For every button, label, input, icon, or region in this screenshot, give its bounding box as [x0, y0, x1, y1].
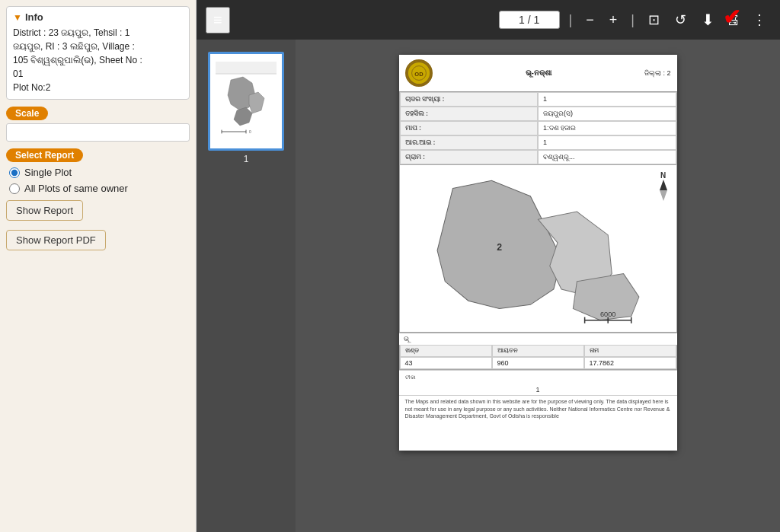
info-text: District : 23 ଜୟପୁର, Tehsil : 1 ଜୟପୁର, R…	[13, 26, 183, 94]
pdf-footer-label: ଭୂ	[399, 333, 677, 345]
zoom-in-button[interactable]: +	[605, 9, 622, 31]
thumbnail-svg: 0	[216, 59, 277, 143]
toolbar-right: ⬇ ✔ 🖨 ⋮	[697, 8, 771, 32]
radio-all-plots[interactable]: All Plots of same owner	[9, 183, 190, 194]
pdf-notes-label: ଟୀକା	[405, 374, 416, 380]
pdf-district-label: ଜିଲ୍ଲା : 2	[644, 69, 671, 78]
svg-rect-1	[216, 62, 277, 74]
zoom-out-button[interactable]: −	[581, 9, 599, 31]
sep2: |	[631, 12, 635, 28]
pdf-footer-header: ଖଣ୍ଡ ଆୟତନ ନାମ	[400, 345, 676, 357]
menu-icon[interactable]: ≡	[206, 7, 230, 33]
report-type-radio-group: Single Plot All Plots of same owner	[6, 167, 190, 194]
thumbnail-image: 0	[208, 52, 284, 151]
info-triangle-icon: ▼	[13, 12, 22, 23]
select-report-section: Select Report Single Plot All Plots of s…	[6, 148, 190, 194]
pdf-ri-label: ଆର.ଆଇ :	[400, 135, 539, 150]
pdf-page-number: 1	[399, 384, 677, 395]
info-line2: ଜୟପୁର, RI : 3 ଲଛିପୁର, Village :	[13, 41, 135, 52]
scale-section: Scale	[6, 106, 190, 142]
page-total: 1	[533, 14, 539, 26]
print-button[interactable]: 🖨	[722, 9, 745, 31]
pdf-area: 0 1 OD ଭ	[197, 40, 780, 532]
download-button[interactable]: ⬇	[697, 8, 719, 32]
action-buttons: Show Report Show Report PDF	[6, 200, 190, 250]
scale-label: Scale	[6, 107, 48, 120]
pdf-tehsil-value: ଜୟପୁର(ସ)	[538, 107, 676, 121]
info-line5: Plot No:2	[13, 82, 50, 93]
fit-button[interactable]: ⊡	[644, 8, 664, 31]
pdf-page-num-value: 1	[535, 386, 539, 393]
pdf-footer-col3: ନାମ	[584, 345, 676, 357]
pdf-scale-label: ମାପ :	[400, 121, 539, 135]
pdf-tehsil-label: ତହସିଲ :	[400, 107, 539, 121]
sep1: |	[569, 12, 573, 28]
thumbnail-page-num: 1	[244, 154, 249, 164]
svg-text:6000: 6000	[599, 311, 615, 318]
main-area: ≡ 1 / 1 | − + | ⊡ ↺ ⬇ ✔ 🖨 ⋮	[197, 0, 780, 532]
north-arrow-icon: N	[660, 171, 667, 201]
radio-all-plots-label: All Plots of same owner	[24, 183, 128, 194]
pdf-sheet-value: 1	[538, 92, 676, 107]
page-indicator: 1 / 1	[499, 11, 560, 29]
pdf-village-label: ଗ୍ରାମ :	[400, 150, 539, 164]
svg-text:OD: OD	[414, 71, 424, 78]
radio-all-plots-input[interactable]	[9, 183, 20, 194]
select-report-label: Select Report	[6, 148, 83, 162]
pdf-footer-val2: 960	[492, 357, 584, 369]
pdf-notes: ଟୀକା	[399, 370, 677, 384]
pdf-view[interactable]: OD ଭୂ-ନକ୍ଶା ଜିଲ୍ଲା : 2 ଚାଦର	[296, 40, 780, 532]
info-title: Info	[25, 11, 43, 23]
info-line3: 105 ବିଶ୍ୱଶ୍ରୁପାଲି(ଭ), Sheet No :	[13, 55, 142, 65]
pdf-footer-val1: 43	[400, 357, 492, 369]
info-line1: District : 23 ଜୟପୁର, Tehsil : 1	[13, 27, 129, 38]
info-section: ▼ Info District : 23 ଜୟପୁର, Tehsil : 1 ଜ…	[6, 6, 190, 100]
pdf-footer-section-title: ଭୂ	[404, 335, 409, 342]
pdf-toolbar: ≡ 1 / 1 | − + | ⊡ ↺ ⬇ ✔ 🖨 ⋮	[197, 0, 780, 40]
north-indicator: N	[660, 171, 667, 201]
scale-input[interactable]	[6, 123, 190, 142]
pdf-village-value: ବଶ୍ୱଶ୍ରୁ...	[538, 150, 676, 164]
pdf-header-text: ଭୂ-ନକ୍ଶା	[439, 68, 638, 78]
pdf-district-value: 2	[667, 69, 670, 77]
pdf-meta-grid: ଚାଦର ସଂଖ୍ୟା : 1 ତହସିଲ : ଜୟପୁର(ସ) ମାପ : 1…	[399, 92, 677, 165]
sidebar: ▼ Info District : 23 ଜୟପୁର, Tehsil : 1 ଜ…	[0, 0, 197, 532]
radio-single-plot[interactable]: Single Plot	[9, 167, 190, 178]
page-current: 1	[519, 14, 525, 26]
pdf-footer-table: ଖଣ୍ଡ ଆୟତନ ନାମ 43 960 17.7862	[399, 345, 677, 370]
pdf-header-right: ଜିଲ୍ଲା : 2	[644, 69, 671, 78]
pdf-title: ଭୂ-ନକ୍ଶା	[439, 68, 638, 78]
pdf-scale-value: 1:ଦଶ ହଜାର	[538, 121, 676, 135]
svg-text:2: 2	[497, 242, 502, 253]
pdf-sheet-label: ଚାଦର ସଂଖ୍ୟା :	[400, 92, 539, 107]
pdf-disclaimer: The Maps and related data shown in this …	[399, 395, 677, 422]
thumbnail-item[interactable]: 0 1	[208, 52, 284, 164]
radio-single-plot-label: Single Plot	[24, 167, 72, 178]
pdf-page-header: OD ଭୂ-ନକ୍ଶା ଜିଲ୍ଲା : 2	[399, 55, 677, 92]
pdf-footer-col1: ଖଣ୍ଡ	[400, 345, 492, 357]
pdf-footer-data-row: 43 960 17.7862	[400, 357, 676, 369]
pdf-footer-val3: 17.7862	[584, 357, 676, 369]
pdf-map-area: N 2	[399, 165, 677, 333]
pdf-map-svg: 2 6000	[400, 165, 676, 332]
pdf-page: OD ଭୂ-ନକ୍ଶା ଜିଲ୍ଲା : 2 ଚାଦର	[399, 55, 677, 451]
thumbnail-panel: 0 1	[197, 40, 296, 532]
radio-single-plot-input[interactable]	[9, 167, 20, 178]
show-report-pdf-button[interactable]: Show Report PDF	[6, 230, 106, 250]
pdf-footer-col2: ଆୟତନ	[492, 345, 584, 357]
rotate-button[interactable]: ↺	[670, 8, 691, 31]
svg-text:0: 0	[249, 130, 251, 134]
info-line4: 01	[13, 68, 23, 79]
pdf-district-label-text: ଜିଲ୍ଲା :	[644, 69, 665, 77]
show-report-button[interactable]: Show Report	[6, 200, 83, 221]
more-options-button[interactable]: ⋮	[748, 8, 771, 31]
pdf-logo-icon: OD	[405, 59, 433, 87]
pdf-ri-value: 1	[538, 135, 676, 150]
